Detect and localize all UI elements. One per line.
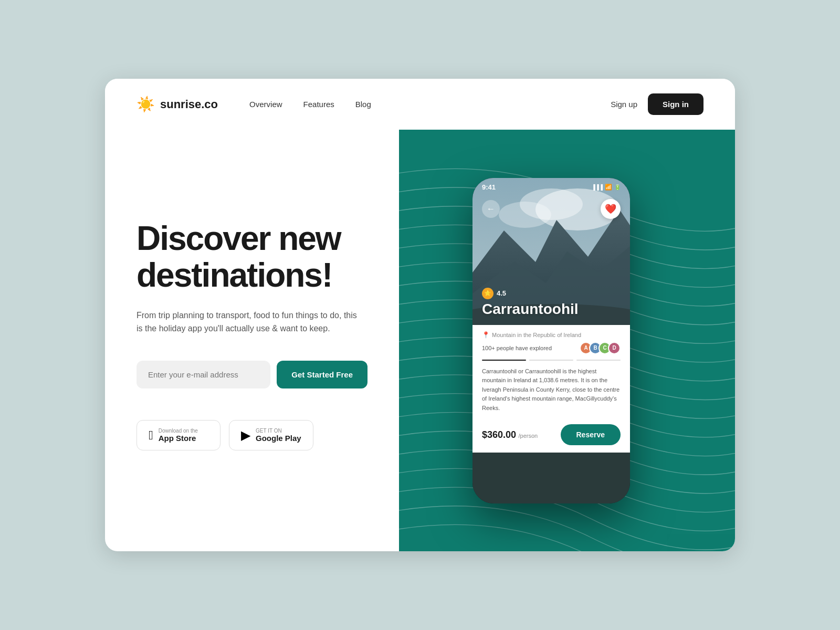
nav-blog[interactable]: Blog [355,100,371,109]
phone-price-sub: /person [519,433,538,439]
place-name: Carrauntoohil [482,301,579,318]
back-button[interactable]: ← [482,200,500,218]
signin-button[interactable]: Sign in [648,93,704,115]
logo-text: sunrise.co [160,98,218,111]
progress-bar-1 [482,360,526,361]
hero-subtitle: From trip planning to transport, food to… [136,309,357,335]
googleplay-badge[interactable]: ▶ GET IT ON Google Play [229,420,313,450]
navbar: ☀️ sunrise.co Overview Features Blog Sig… [105,79,735,130]
phone-screen: 9:41 ▐▐▐ 📶 🔋 ← ❤️ [472,178,630,503]
status-time: 9:41 [482,183,496,191]
play-icon: ▶ [241,428,250,443]
appstore-name: App Store [159,434,198,443]
wifi-icon: 📶 [605,184,612,191]
apple-icon:  [149,428,153,443]
googleplay-name: Google Play [256,434,301,443]
phone-progress [482,360,621,361]
place-name-overlay: ⭐ 4.5 Carrauntoohil [482,288,579,318]
phone-info-section: 📍 Mountain in the Republic of Ireland 10… [472,325,630,418]
location-text: Mountain in the Republic of Ireland [492,332,581,338]
signal-icon: ▐▐▐ [592,184,603,190]
explorers-text: 100+ people have explored [482,345,552,351]
avatar-4: D [608,342,621,354]
heart-button[interactable]: ❤️ [601,199,621,219]
overlay-rating: 4.5 [497,289,506,297]
nav-links: Overview Features Blog [249,100,371,109]
store-badges:  Download on the App Store ▶ GET IT ON … [136,420,368,450]
appstore-text: Download on the App Store [159,428,198,443]
nav-actions: Sign up Sign in [611,93,704,115]
phone-container: 9:41 ▐▐▐ 📶 🔋 ← ❤️ [472,178,630,503]
signup-button[interactable]: Sign up [611,100,637,109]
logo[interactable]: ☀️ sunrise.co [136,96,218,113]
email-row: Get Started Free [136,361,368,388]
location-icon: 📍 [482,331,490,339]
appstore-badge[interactable]:  Download on the App Store [136,420,220,450]
star-circle: ⭐ [482,288,494,299]
appstore-small: Download on the [159,428,198,434]
phone-mockup: 9:41 ▐▐▐ 📶 🔋 ← ❤️ [472,178,630,503]
price-section: $360.00 /person [482,429,538,440]
nav-features[interactable]: Features [303,100,334,109]
main-content: Discover new destinations! From trip pla… [105,130,735,551]
progress-bar-2 [529,360,573,361]
phone-description: Carrauntoohil or Carrauntoohill is the h… [482,367,621,413]
phone-top-controls: ← ❤️ [472,199,630,219]
googleplay-small: GET IT ON [256,428,301,434]
hero-title: Discover new destinations! [136,220,368,294]
phone-price: $360.00 [482,429,516,440]
main-window: ☀️ sunrise.co Overview Features Blog Sig… [105,79,735,551]
logo-icon: ☀️ [136,96,155,113]
googleplay-text: GET IT ON Google Play [256,428,301,443]
left-panel: Discover new destinations! From trip pla… [105,130,399,551]
email-input[interactable] [136,361,270,388]
phone-location: 📍 Mountain in the Republic of Ireland [482,331,621,339]
phone-image-area: 9:41 ▐▐▐ 📶 🔋 ← ❤️ [472,178,630,325]
progress-bar-3 [576,360,621,361]
explorers-avatars: A B C D [583,342,621,354]
rating-overlay: ⭐ 4.5 [482,288,579,299]
reserve-button[interactable]: Reserve [561,424,621,445]
get-started-button[interactable]: Get Started Free [277,361,368,388]
phone-explorers: 100+ people have explored A B C D [482,342,621,354]
battery-icon: 🔋 [614,184,621,190]
nav-overview[interactable]: Overview [249,100,282,109]
right-panel: 9:41 ▐▐▐ 📶 🔋 ← ❤️ [399,130,735,551]
status-bar: 9:41 ▐▐▐ 📶 🔋 [472,178,630,197]
status-icons: ▐▐▐ 📶 🔋 [592,184,621,191]
phone-bottom: $360.00 /person Reserve [472,418,630,453]
